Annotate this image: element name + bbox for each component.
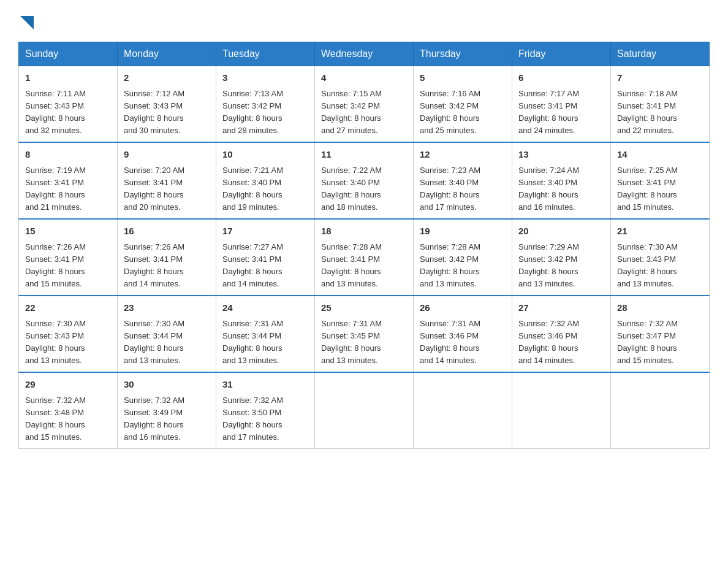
- day-info: Sunrise: 7:32 AMSunset: 3:46 PMDaylight:…: [518, 319, 579, 365]
- calendar-header-tuesday: Tuesday: [216, 42, 315, 66]
- calendar-cell: 11 Sunrise: 7:22 AMSunset: 3:40 PMDaylig…: [315, 142, 414, 219]
- day-number: 7: [617, 71, 703, 85]
- calendar-cell: 22 Sunrise: 7:30 AMSunset: 3:43 PMDaylig…: [19, 296, 118, 372]
- day-info: Sunrise: 7:19 AMSunset: 3:41 PMDaylight:…: [25, 166, 86, 212]
- day-number: 26: [420, 301, 506, 315]
- day-number: 13: [518, 148, 604, 162]
- day-number: 27: [518, 301, 604, 315]
- day-info: Sunrise: 7:26 AMSunset: 3:41 PMDaylight:…: [25, 242, 86, 288]
- logo: [18, 12, 34, 29]
- day-info: Sunrise: 7:24 AMSunset: 3:40 PMDaylight:…: [518, 166, 579, 212]
- day-number: 1: [25, 71, 111, 85]
- day-info: Sunrise: 7:23 AMSunset: 3:40 PMDaylight:…: [420, 166, 480, 212]
- calendar-cell: 23 Sunrise: 7:30 AMSunset: 3:44 PMDaylig…: [118, 296, 216, 372]
- calendar-cell: 6 Sunrise: 7:17 AMSunset: 3:41 PMDayligh…: [512, 66, 611, 143]
- calendar-cell: 12 Sunrise: 7:23 AMSunset: 3:40 PMDaylig…: [414, 142, 512, 219]
- day-info: Sunrise: 7:29 AMSunset: 3:42 PMDaylight:…: [518, 242, 579, 288]
- day-number: 29: [25, 378, 111, 392]
- calendar-header-sunday: Sunday: [19, 42, 118, 66]
- day-info: Sunrise: 7:30 AMSunset: 3:44 PMDaylight:…: [124, 319, 184, 365]
- calendar-table: SundayMondayTuesdayWednesdayThursdayFrid…: [18, 42, 710, 449]
- calendar-cell: 17 Sunrise: 7:27 AMSunset: 3:41 PMDaylig…: [216, 219, 315, 296]
- day-info: Sunrise: 7:28 AMSunset: 3:41 PMDaylight:…: [321, 242, 382, 288]
- calendar-cell: 14 Sunrise: 7:25 AMSunset: 3:41 PMDaylig…: [611, 142, 710, 219]
- day-number: 4: [321, 71, 407, 85]
- day-info: Sunrise: 7:22 AMSunset: 3:40 PMDaylight:…: [321, 166, 382, 212]
- calendar-cell: 25 Sunrise: 7:31 AMSunset: 3:45 PMDaylig…: [315, 296, 414, 372]
- calendar-cell: [414, 372, 512, 449]
- calendar-cell: 10 Sunrise: 7:21 AMSunset: 3:40 PMDaylig…: [216, 142, 315, 219]
- calendar-cell: 5 Sunrise: 7:16 AMSunset: 3:42 PMDayligh…: [414, 66, 512, 143]
- calendar-week-row: 1 Sunrise: 7:11 AMSunset: 3:43 PMDayligh…: [19, 66, 710, 143]
- day-number: 25: [321, 301, 407, 315]
- calendar-header-monday: Monday: [118, 42, 216, 66]
- calendar-cell: 28 Sunrise: 7:32 AMSunset: 3:47 PMDaylig…: [611, 296, 710, 372]
- day-number: 5: [420, 71, 506, 85]
- calendar-week-row: 15 Sunrise: 7:26 AMSunset: 3:41 PMDaylig…: [19, 219, 710, 296]
- day-info: Sunrise: 7:31 AMSunset: 3:45 PMDaylight:…: [321, 319, 382, 365]
- calendar-week-row: 8 Sunrise: 7:19 AMSunset: 3:41 PMDayligh…: [19, 142, 710, 219]
- logo-arrow-icon: [20, 16, 34, 29]
- calendar-cell: 2 Sunrise: 7:12 AMSunset: 3:43 PMDayligh…: [118, 66, 216, 143]
- page-header: [18, 12, 710, 29]
- calendar-cell: [611, 372, 710, 449]
- day-info: Sunrise: 7:20 AMSunset: 3:41 PMDaylight:…: [124, 166, 184, 212]
- calendar-cell: 30 Sunrise: 7:32 AMSunset: 3:49 PMDaylig…: [118, 372, 216, 449]
- day-info: Sunrise: 7:28 AMSunset: 3:42 PMDaylight:…: [420, 242, 480, 288]
- calendar-cell: 3 Sunrise: 7:13 AMSunset: 3:42 PMDayligh…: [216, 66, 315, 143]
- day-info: Sunrise: 7:16 AMSunset: 3:42 PMDaylight:…: [420, 89, 480, 135]
- day-info: Sunrise: 7:25 AMSunset: 3:41 PMDaylight:…: [617, 166, 678, 212]
- day-number: 6: [518, 71, 604, 85]
- day-info: Sunrise: 7:30 AMSunset: 3:43 PMDaylight:…: [25, 319, 86, 365]
- calendar-cell: 31 Sunrise: 7:32 AMSunset: 3:50 PMDaylig…: [216, 372, 315, 449]
- calendar-cell: 27 Sunrise: 7:32 AMSunset: 3:46 PMDaylig…: [512, 296, 611, 372]
- day-info: Sunrise: 7:27 AMSunset: 3:41 PMDaylight:…: [222, 242, 283, 288]
- calendar-cell: 16 Sunrise: 7:26 AMSunset: 3:41 PMDaylig…: [118, 219, 216, 296]
- calendar-cell: 7 Sunrise: 7:18 AMSunset: 3:41 PMDayligh…: [611, 66, 710, 143]
- day-info: Sunrise: 7:30 AMSunset: 3:43 PMDaylight:…: [617, 242, 678, 288]
- day-number: 20: [518, 224, 604, 239]
- calendar-cell: 24 Sunrise: 7:31 AMSunset: 3:44 PMDaylig…: [216, 296, 315, 372]
- day-number: 11: [321, 148, 407, 162]
- day-info: Sunrise: 7:31 AMSunset: 3:46 PMDaylight:…: [420, 319, 480, 365]
- day-info: Sunrise: 7:17 AMSunset: 3:41 PMDaylight:…: [518, 89, 579, 135]
- calendar-cell: 26 Sunrise: 7:31 AMSunset: 3:46 PMDaylig…: [414, 296, 512, 372]
- day-number: 18: [321, 224, 407, 239]
- day-number: 30: [124, 378, 210, 392]
- day-number: 15: [25, 224, 111, 239]
- calendar-cell: 29 Sunrise: 7:32 AMSunset: 3:48 PMDaylig…: [19, 372, 118, 449]
- day-number: 23: [124, 301, 210, 315]
- calendar-cell: 18 Sunrise: 7:28 AMSunset: 3:41 PMDaylig…: [315, 219, 414, 296]
- calendar-week-row: 22 Sunrise: 7:30 AMSunset: 3:43 PMDaylig…: [19, 296, 710, 372]
- calendar-cell: 21 Sunrise: 7:30 AMSunset: 3:43 PMDaylig…: [611, 219, 710, 296]
- day-number: 22: [25, 301, 111, 315]
- calendar-cell: 8 Sunrise: 7:19 AMSunset: 3:41 PMDayligh…: [19, 142, 118, 219]
- calendar-header-wednesday: Wednesday: [315, 42, 414, 66]
- day-number: 31: [222, 378, 308, 392]
- day-number: 10: [222, 148, 308, 162]
- calendar-cell: [512, 372, 611, 449]
- day-number: 16: [124, 224, 210, 239]
- calendar-header-row: SundayMondayTuesdayWednesdayThursdayFrid…: [19, 42, 710, 66]
- day-info: Sunrise: 7:15 AMSunset: 3:42 PMDaylight:…: [321, 89, 382, 135]
- day-number: 17: [222, 224, 308, 239]
- day-info: Sunrise: 7:21 AMSunset: 3:40 PMDaylight:…: [222, 166, 283, 212]
- calendar-week-row: 29 Sunrise: 7:32 AMSunset: 3:48 PMDaylig…: [19, 372, 710, 449]
- day-info: Sunrise: 7:12 AMSunset: 3:43 PMDaylight:…: [124, 89, 184, 135]
- day-number: 2: [124, 71, 210, 85]
- calendar-cell: 15 Sunrise: 7:26 AMSunset: 3:41 PMDaylig…: [19, 219, 118, 296]
- calendar-header-friday: Friday: [512, 42, 611, 66]
- calendar-cell: 4 Sunrise: 7:15 AMSunset: 3:42 PMDayligh…: [315, 66, 414, 143]
- calendar-cell: 1 Sunrise: 7:11 AMSunset: 3:43 PMDayligh…: [19, 66, 118, 143]
- calendar-header-saturday: Saturday: [611, 42, 710, 66]
- day-info: Sunrise: 7:18 AMSunset: 3:41 PMDaylight:…: [617, 89, 678, 135]
- day-number: 3: [222, 71, 308, 85]
- day-info: Sunrise: 7:32 AMSunset: 3:47 PMDaylight:…: [617, 319, 678, 365]
- day-number: 8: [25, 148, 111, 162]
- day-info: Sunrise: 7:32 AMSunset: 3:50 PMDaylight:…: [222, 396, 283, 442]
- day-number: 21: [617, 224, 703, 239]
- calendar-cell: 19 Sunrise: 7:28 AMSunset: 3:42 PMDaylig…: [414, 219, 512, 296]
- day-number: 12: [420, 148, 506, 162]
- svg-marker-0: [20, 16, 34, 29]
- calendar-cell: 9 Sunrise: 7:20 AMSunset: 3:41 PMDayligh…: [118, 142, 216, 219]
